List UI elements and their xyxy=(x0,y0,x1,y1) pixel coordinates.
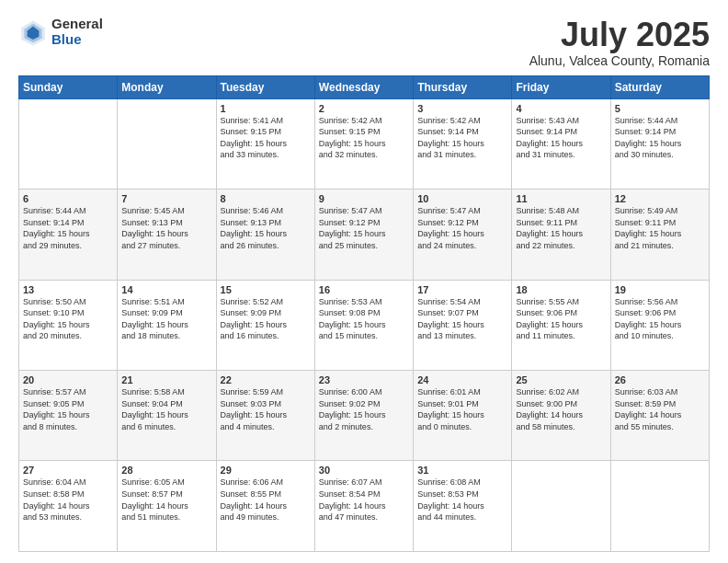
cell-content: Sunrise: 6:00 AM Sunset: 9:02 PM Dayligh… xyxy=(319,386,409,432)
cell-content: Sunrise: 5:58 AM Sunset: 9:04 PM Dayligh… xyxy=(121,386,211,432)
day-number: 7 xyxy=(121,193,211,204)
day-number: 5 xyxy=(615,103,705,114)
cell-content: Sunrise: 5:46 AM Sunset: 9:13 PM Dayligh… xyxy=(221,205,311,251)
logo-blue-label: Blue xyxy=(51,32,103,48)
calendar-cell: 4Sunrise: 5:43 AM Sunset: 9:14 PM Daylig… xyxy=(512,98,610,189)
cell-content: Sunrise: 5:41 AM Sunset: 9:15 PM Dayligh… xyxy=(221,115,311,161)
calendar-header-cell: Saturday xyxy=(610,75,709,98)
cell-content: Sunrise: 5:56 AM Sunset: 9:06 PM Dayligh… xyxy=(615,296,705,342)
cell-content: Sunrise: 5:53 AM Sunset: 9:08 PM Dayligh… xyxy=(319,296,409,342)
day-number: 27 xyxy=(23,465,113,476)
calendar-header-cell: Friday xyxy=(512,75,610,98)
day-number: 20 xyxy=(23,374,113,385)
day-number: 9 xyxy=(319,193,409,204)
cell-content: Sunrise: 5:42 AM Sunset: 9:15 PM Dayligh… xyxy=(319,115,409,161)
calendar-cell: 2Sunrise: 5:42 AM Sunset: 9:15 PM Daylig… xyxy=(314,98,413,189)
calendar-cell: 9Sunrise: 5:47 AM Sunset: 9:12 PM Daylig… xyxy=(314,190,413,280)
day-number: 1 xyxy=(221,103,311,114)
calendar-cell: 20Sunrise: 5:57 AM Sunset: 9:05 PM Dayli… xyxy=(19,371,118,461)
calendar-cell: 6Sunrise: 5:44 AM Sunset: 9:14 PM Daylig… xyxy=(19,190,118,280)
header: General Blue July 2025 Alunu, Valcea Cou… xyxy=(18,17,710,68)
cell-content: Sunrise: 5:55 AM Sunset: 9:06 PM Dayligh… xyxy=(516,296,606,342)
calendar-cell: 7Sunrise: 5:45 AM Sunset: 9:13 PM Daylig… xyxy=(118,190,216,280)
cell-content: Sunrise: 5:57 AM Sunset: 9:05 PM Dayligh… xyxy=(23,386,113,432)
cell-content: Sunrise: 5:59 AM Sunset: 9:03 PM Dayligh… xyxy=(221,386,311,432)
calendar-row: 6Sunrise: 5:44 AM Sunset: 9:14 PM Daylig… xyxy=(19,190,710,280)
cell-content: Sunrise: 5:44 AM Sunset: 9:14 PM Dayligh… xyxy=(23,205,113,251)
calendar-row: 1Sunrise: 5:41 AM Sunset: 9:15 PM Daylig… xyxy=(19,98,710,189)
calendar-cell: 25Sunrise: 6:02 AM Sunset: 9:00 PM Dayli… xyxy=(512,371,610,461)
page: General Blue July 2025 Alunu, Valcea Cou… xyxy=(0,0,728,563)
day-number: 17 xyxy=(417,284,507,295)
calendar-cell: 13Sunrise: 5:50 AM Sunset: 9:10 PM Dayli… xyxy=(19,280,118,370)
day-number: 31 xyxy=(417,465,507,476)
calendar-cell: 29Sunrise: 6:06 AM Sunset: 8:55 PM Dayli… xyxy=(216,461,314,552)
day-number: 11 xyxy=(516,193,606,204)
cell-content: Sunrise: 5:48 AM Sunset: 9:11 PM Dayligh… xyxy=(516,205,606,251)
calendar-cell: 23Sunrise: 6:00 AM Sunset: 9:02 PM Dayli… xyxy=(314,371,413,461)
calendar-cell: 30Sunrise: 6:07 AM Sunset: 8:54 PM Dayli… xyxy=(314,461,413,552)
calendar-cell: 17Sunrise: 5:54 AM Sunset: 9:07 PM Dayli… xyxy=(414,280,512,370)
calendar-header-cell: Tuesday xyxy=(216,75,314,98)
calendar-table: SundayMondayTuesdayWednesdayThursdayFrid… xyxy=(18,75,710,552)
calendar-cell: 14Sunrise: 5:51 AM Sunset: 9:09 PM Dayli… xyxy=(118,280,216,370)
day-number: 28 xyxy=(121,465,211,476)
calendar-cell: 27Sunrise: 6:04 AM Sunset: 8:58 PM Dayli… xyxy=(19,461,118,552)
calendar-row: 27Sunrise: 6:04 AM Sunset: 8:58 PM Dayli… xyxy=(19,461,710,552)
calendar-cell xyxy=(512,461,610,552)
logo-text: General Blue xyxy=(51,17,103,47)
day-number: 24 xyxy=(417,374,507,385)
day-number: 13 xyxy=(23,284,113,295)
cell-content: Sunrise: 5:54 AM Sunset: 9:07 PM Dayligh… xyxy=(417,296,507,342)
cell-content: Sunrise: 5:49 AM Sunset: 9:11 PM Dayligh… xyxy=(615,205,705,251)
cell-content: Sunrise: 6:08 AM Sunset: 8:53 PM Dayligh… xyxy=(417,477,507,523)
calendar-cell: 31Sunrise: 6:08 AM Sunset: 8:53 PM Dayli… xyxy=(414,461,512,552)
cell-content: Sunrise: 5:44 AM Sunset: 9:14 PM Dayligh… xyxy=(615,115,705,161)
cell-content: Sunrise: 5:50 AM Sunset: 9:10 PM Dayligh… xyxy=(23,296,113,342)
calendar-cell: 19Sunrise: 5:56 AM Sunset: 9:06 PM Dayli… xyxy=(610,280,709,370)
day-number: 4 xyxy=(516,103,606,114)
day-number: 6 xyxy=(23,193,113,204)
cell-content: Sunrise: 5:42 AM Sunset: 9:14 PM Dayligh… xyxy=(417,115,507,161)
calendar-cell xyxy=(19,98,118,189)
cell-content: Sunrise: 6:07 AM Sunset: 8:54 PM Dayligh… xyxy=(319,477,409,523)
cell-content: Sunrise: 6:05 AM Sunset: 8:57 PM Dayligh… xyxy=(121,477,211,523)
cell-content: Sunrise: 5:45 AM Sunset: 9:13 PM Dayligh… xyxy=(121,205,211,251)
day-number: 3 xyxy=(417,103,507,114)
calendar-cell: 18Sunrise: 5:55 AM Sunset: 9:06 PM Dayli… xyxy=(512,280,610,370)
calendar-cell: 22Sunrise: 5:59 AM Sunset: 9:03 PM Dayli… xyxy=(216,371,314,461)
day-number: 25 xyxy=(516,374,606,385)
cell-content: Sunrise: 5:47 AM Sunset: 9:12 PM Dayligh… xyxy=(319,205,409,251)
calendar-cell: 26Sunrise: 6:03 AM Sunset: 8:59 PM Dayli… xyxy=(610,371,709,461)
day-number: 21 xyxy=(121,374,211,385)
cell-content: Sunrise: 5:43 AM Sunset: 9:14 PM Dayligh… xyxy=(516,115,606,161)
calendar-row: 13Sunrise: 5:50 AM Sunset: 9:10 PM Dayli… xyxy=(19,280,710,370)
calendar-cell: 10Sunrise: 5:47 AM Sunset: 9:12 PM Dayli… xyxy=(414,190,512,280)
day-number: 22 xyxy=(221,374,311,385)
calendar-header: SundayMondayTuesdayWednesdayThursdayFrid… xyxy=(19,75,710,98)
calendar-body: 1Sunrise: 5:41 AM Sunset: 9:15 PM Daylig… xyxy=(19,98,710,551)
calendar-cell: 8Sunrise: 5:46 AM Sunset: 9:13 PM Daylig… xyxy=(216,190,314,280)
cell-content: Sunrise: 5:47 AM Sunset: 9:12 PM Dayligh… xyxy=(417,205,507,251)
day-number: 10 xyxy=(417,193,507,204)
calendar-cell: 28Sunrise: 6:05 AM Sunset: 8:57 PM Dayli… xyxy=(118,461,216,552)
calendar-header-cell: Sunday xyxy=(19,75,118,98)
main-title: July 2025 xyxy=(529,17,710,53)
calendar-cell: 16Sunrise: 5:53 AM Sunset: 9:08 PM Dayli… xyxy=(314,280,413,370)
day-number: 29 xyxy=(221,465,311,476)
calendar-cell: 24Sunrise: 6:01 AM Sunset: 9:01 PM Dayli… xyxy=(414,371,512,461)
cell-content: Sunrise: 6:06 AM Sunset: 8:55 PM Dayligh… xyxy=(221,477,311,523)
calendar-cell: 1Sunrise: 5:41 AM Sunset: 9:15 PM Daylig… xyxy=(216,98,314,189)
cell-content: Sunrise: 6:01 AM Sunset: 9:01 PM Dayligh… xyxy=(417,386,507,432)
day-number: 30 xyxy=(319,465,409,476)
calendar-row: 20Sunrise: 5:57 AM Sunset: 9:05 PM Dayli… xyxy=(19,371,710,461)
calendar-cell: 15Sunrise: 5:52 AM Sunset: 9:09 PM Dayli… xyxy=(216,280,314,370)
day-number: 2 xyxy=(319,103,409,114)
calendar-header-cell: Wednesday xyxy=(314,75,413,98)
day-number: 18 xyxy=(516,284,606,295)
logo: General Blue xyxy=(18,17,103,47)
day-number: 12 xyxy=(615,193,705,204)
day-number: 19 xyxy=(615,284,705,295)
calendar-header-cell: Thursday xyxy=(414,75,512,98)
cell-content: Sunrise: 5:52 AM Sunset: 9:09 PM Dayligh… xyxy=(221,296,311,342)
